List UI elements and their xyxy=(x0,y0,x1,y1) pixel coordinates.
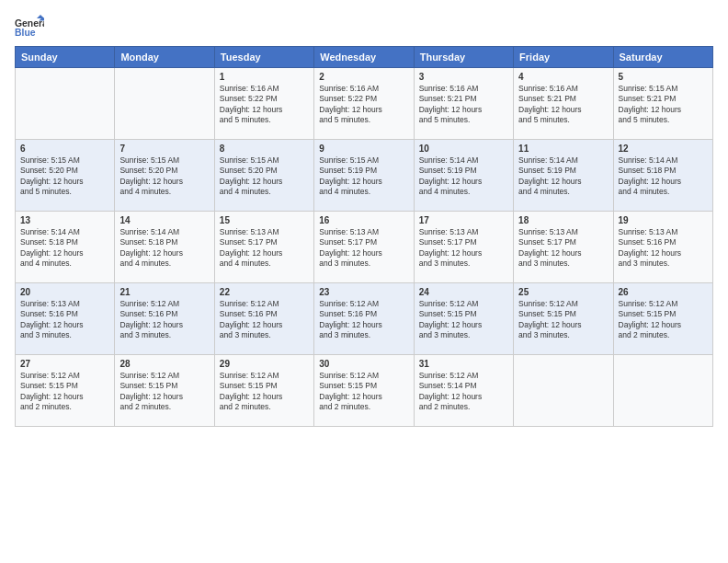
calendar-cell: 4Sunrise: 5:16 AM Sunset: 5:21 PM Daylig… xyxy=(514,68,613,140)
calendar-cell: 1Sunrise: 5:16 AM Sunset: 5:22 PM Daylig… xyxy=(214,68,313,140)
day-info: Sunrise: 5:15 AM Sunset: 5:19 PM Dayligh… xyxy=(319,155,408,198)
day-number: 24 xyxy=(419,287,508,297)
day-number: 15 xyxy=(220,215,309,225)
day-info: Sunrise: 5:13 AM Sunset: 5:17 PM Dayligh… xyxy=(220,227,309,270)
day-number: 21 xyxy=(119,287,209,297)
column-header-monday: Monday xyxy=(115,47,214,68)
day-number: 25 xyxy=(518,287,608,297)
calendar-cell: 6Sunrise: 5:15 AM Sunset: 5:20 PM Daylig… xyxy=(16,140,115,212)
column-header-thursday: Thursday xyxy=(414,47,513,68)
day-info: Sunrise: 5:12 AM Sunset: 5:15 PM Dayligh… xyxy=(220,371,309,413)
day-number: 1 xyxy=(220,72,309,82)
calendar-cell: 22Sunrise: 5:12 AM Sunset: 5:16 PM Dayli… xyxy=(214,283,313,355)
day-info: Sunrise: 5:14 AM Sunset: 5:18 PM Dayligh… xyxy=(119,227,209,270)
day-info: Sunrise: 5:16 AM Sunset: 5:21 PM Dayligh… xyxy=(518,84,608,126)
day-info: Sunrise: 5:16 AM Sunset: 5:22 PM Dayligh… xyxy=(319,84,408,126)
calendar-cell: 24Sunrise: 5:12 AM Sunset: 5:15 PM Dayli… xyxy=(414,283,513,355)
calendar-cell: 14Sunrise: 5:14 AM Sunset: 5:18 PM Dayli… xyxy=(115,212,214,283)
day-number: 19 xyxy=(619,215,708,225)
day-number: 5 xyxy=(619,72,708,82)
day-number: 8 xyxy=(220,144,309,154)
calendar-cell: 27Sunrise: 5:12 AM Sunset: 5:15 PM Dayli… xyxy=(16,355,115,427)
day-number: 7 xyxy=(119,144,209,154)
day-info: Sunrise: 5:14 AM Sunset: 5:18 PM Dayligh… xyxy=(619,155,708,198)
day-info: Sunrise: 5:13 AM Sunset: 5:17 PM Dayligh… xyxy=(319,227,408,270)
calendar-cell: 28Sunrise: 5:12 AM Sunset: 5:15 PM Dayli… xyxy=(115,355,214,427)
day-info: Sunrise: 5:12 AM Sunset: 5:15 PM Dayligh… xyxy=(619,299,708,341)
day-info: Sunrise: 5:14 AM Sunset: 5:19 PM Dayligh… xyxy=(419,155,508,198)
day-number: 17 xyxy=(419,215,508,225)
day-info: Sunrise: 5:15 AM Sunset: 5:21 PM Dayligh… xyxy=(619,84,708,126)
calendar-cell: 20Sunrise: 5:13 AM Sunset: 5:16 PM Dayli… xyxy=(16,283,115,355)
calendar-cell: 10Sunrise: 5:14 AM Sunset: 5:19 PM Dayli… xyxy=(414,140,513,212)
calendar-cell: 25Sunrise: 5:12 AM Sunset: 5:15 PM Dayli… xyxy=(514,283,613,355)
calendar-cell: 9Sunrise: 5:15 AM Sunset: 5:19 PM Daylig… xyxy=(314,140,414,212)
day-info: Sunrise: 5:12 AM Sunset: 5:16 PM Dayligh… xyxy=(319,299,408,341)
day-number: 6 xyxy=(20,144,109,154)
calendar-cell: 5Sunrise: 5:15 AM Sunset: 5:21 PM Daylig… xyxy=(613,68,712,140)
day-number: 23 xyxy=(319,287,408,297)
calendar-cell: 2Sunrise: 5:16 AM Sunset: 5:22 PM Daylig… xyxy=(314,68,414,140)
day-number: 30 xyxy=(319,359,408,369)
day-info: Sunrise: 5:15 AM Sunset: 5:20 PM Dayligh… xyxy=(119,155,209,198)
column-header-tuesday: Tuesday xyxy=(214,47,313,68)
day-info: Sunrise: 5:14 AM Sunset: 5:18 PM Dayligh… xyxy=(20,227,109,270)
day-number: 3 xyxy=(419,72,508,82)
svg-text:Blue: Blue xyxy=(15,28,36,38)
calendar-cell: 11Sunrise: 5:14 AM Sunset: 5:19 PM Dayli… xyxy=(514,140,613,212)
column-header-wednesday: Wednesday xyxy=(314,47,414,68)
day-number: 14 xyxy=(119,215,209,225)
day-number: 9 xyxy=(319,144,408,154)
day-number: 27 xyxy=(20,359,109,369)
calendar-cell: 21Sunrise: 5:12 AM Sunset: 5:16 PM Dayli… xyxy=(115,283,214,355)
calendar-cell: 31Sunrise: 5:12 AM Sunset: 5:14 PM Dayli… xyxy=(414,355,513,427)
day-info: Sunrise: 5:12 AM Sunset: 5:15 PM Dayligh… xyxy=(518,299,608,341)
day-info: Sunrise: 5:12 AM Sunset: 5:15 PM Dayligh… xyxy=(419,299,508,341)
day-info: Sunrise: 5:15 AM Sunset: 5:20 PM Dayligh… xyxy=(20,155,109,198)
week-row-1: 1Sunrise: 5:16 AM Sunset: 5:22 PM Daylig… xyxy=(16,68,713,140)
calendar-cell: 7Sunrise: 5:15 AM Sunset: 5:20 PM Daylig… xyxy=(115,140,214,212)
day-info: Sunrise: 5:13 AM Sunset: 5:16 PM Dayligh… xyxy=(619,227,708,270)
week-row-2: 6Sunrise: 5:15 AM Sunset: 5:20 PM Daylig… xyxy=(16,140,713,212)
day-number: 26 xyxy=(619,287,708,297)
day-info: Sunrise: 5:13 AM Sunset: 5:16 PM Dayligh… xyxy=(20,299,109,341)
day-info: Sunrise: 5:13 AM Sunset: 5:17 PM Dayligh… xyxy=(419,227,508,270)
day-info: Sunrise: 5:16 AM Sunset: 5:21 PM Dayligh… xyxy=(419,84,508,126)
column-header-sunday: Sunday xyxy=(16,47,115,68)
day-info: Sunrise: 5:16 AM Sunset: 5:22 PM Dayligh… xyxy=(220,84,309,126)
calendar-table: SundayMondayTuesdayWednesdayThursdayFrid… xyxy=(15,46,713,427)
day-number: 18 xyxy=(518,215,608,225)
week-row-4: 20Sunrise: 5:13 AM Sunset: 5:16 PM Dayli… xyxy=(16,283,713,355)
day-info: Sunrise: 5:12 AM Sunset: 5:15 PM Dayligh… xyxy=(319,371,408,413)
day-number: 13 xyxy=(20,215,109,225)
calendar-cell: 3Sunrise: 5:16 AM Sunset: 5:21 PM Daylig… xyxy=(414,68,513,140)
calendar-cell: 12Sunrise: 5:14 AM Sunset: 5:18 PM Dayli… xyxy=(613,140,712,212)
day-number: 4 xyxy=(518,72,608,82)
day-info: Sunrise: 5:12 AM Sunset: 5:16 PM Dayligh… xyxy=(220,299,309,341)
calendar-cell: 15Sunrise: 5:13 AM Sunset: 5:17 PM Dayli… xyxy=(214,212,313,283)
calendar-cell: 8Sunrise: 5:15 AM Sunset: 5:20 PM Daylig… xyxy=(214,140,313,212)
day-number: 31 xyxy=(419,359,508,369)
calendar-cell xyxy=(16,68,115,140)
svg-text:General: General xyxy=(15,18,44,29)
calendar-cell: 17Sunrise: 5:13 AM Sunset: 5:17 PM Dayli… xyxy=(414,212,513,283)
day-info: Sunrise: 5:14 AM Sunset: 5:19 PM Dayligh… xyxy=(518,155,608,198)
day-info: Sunrise: 5:15 AM Sunset: 5:20 PM Dayligh… xyxy=(220,155,309,198)
column-header-saturday: Saturday xyxy=(613,47,712,68)
day-info: Sunrise: 5:12 AM Sunset: 5:15 PM Dayligh… xyxy=(119,371,209,413)
calendar-cell: 29Sunrise: 5:12 AM Sunset: 5:15 PM Dayli… xyxy=(214,355,313,427)
day-info: Sunrise: 5:12 AM Sunset: 5:16 PM Dayligh… xyxy=(119,299,209,341)
day-number: 2 xyxy=(319,72,408,82)
day-number: 11 xyxy=(518,144,608,154)
calendar-cell: 30Sunrise: 5:12 AM Sunset: 5:15 PM Dayli… xyxy=(314,355,414,427)
day-info: Sunrise: 5:13 AM Sunset: 5:17 PM Dayligh… xyxy=(518,227,608,270)
calendar-cell: 19Sunrise: 5:13 AM Sunset: 5:16 PM Dayli… xyxy=(613,212,712,283)
calendar-cell xyxy=(115,68,214,140)
day-number: 20 xyxy=(20,287,109,297)
day-number: 16 xyxy=(319,215,408,225)
day-number: 29 xyxy=(220,359,309,369)
day-info: Sunrise: 5:12 AM Sunset: 5:14 PM Dayligh… xyxy=(419,371,508,413)
logo: General Blue xyxy=(15,15,44,40)
calendar-cell: 18Sunrise: 5:13 AM Sunset: 5:17 PM Dayli… xyxy=(514,212,613,283)
calendar-cell xyxy=(613,355,712,427)
